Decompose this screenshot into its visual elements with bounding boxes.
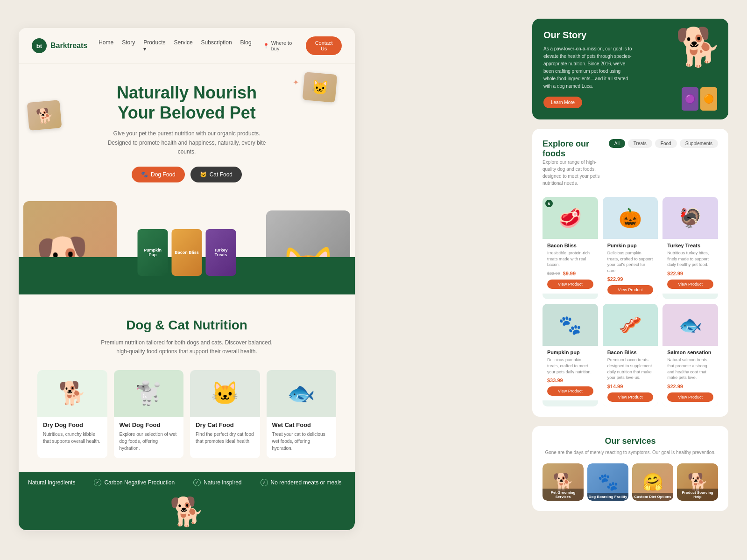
hero-image-area: Best Fibre, Pumpkin Healthiness Science … (37, 192, 336, 294)
filter-food[interactable]: Food (655, 139, 677, 148)
story-title: Our Story (543, 30, 635, 41)
services-desc: Gone are the days of merely reacting to … (543, 449, 718, 456)
dog-icon: 🐾 (141, 171, 148, 178)
food-card-dry-cat[interactable]: 🐱 Dry Cat Food Find the perfect dry cat … (190, 370, 260, 458)
product-price-new-4: $14.99 (607, 384, 623, 389)
food-card-title-4: Wet Cat Food (272, 421, 331, 428)
product-view-button-4[interactable]: View Product (607, 392, 654, 402)
filter-all[interactable]: All (609, 139, 625, 148)
product-name-3: Pumpkin pup (547, 350, 593, 355)
product-card-2[interactable]: 🦃 Turkey Treats Nutritious turkey bites,… (662, 197, 718, 299)
story-card: Our Story As a paw-lover-on-a-mission, o… (532, 19, 728, 119)
hero-title: Naturally Nourish Your Beloved Pet (37, 83, 336, 123)
nav-story[interactable]: Story (122, 39, 135, 52)
product-badge-0: N (545, 200, 553, 207)
product-name-1: Pumkin pup (607, 243, 654, 248)
product-image-5: 🐟 (662, 304, 718, 346)
story-products: 🟣 🟠 (682, 87, 717, 111)
location-icon: 📍 (263, 43, 269, 49)
service-label-1: Dog Boarding Facility (587, 493, 628, 501)
product-desc-3: Delicious pumpkin treats, crafted to mee… (547, 357, 593, 375)
food-card-desc-4: Treat your cat to delicious wet foods, o… (272, 431, 331, 452)
food-card-dry-dog[interactable]: 🐕 Dry Dog Food Nutritious, crunchy kibbl… (37, 370, 107, 458)
product-card-3[interactable]: 🐾 Pumpkin pup Delicious pumpkin treats, … (543, 304, 598, 406)
product-desc-5: Natural salmon treats that promote a str… (667, 357, 713, 380)
service-card-3[interactable]: 🐕 Product Sourcing Help (677, 463, 718, 501)
food-card-desc-1: Nutritious, crunchy kibble that supports… (43, 431, 102, 445)
product-price-row-1: $22.99 (607, 276, 654, 282)
nav-subscription[interactable]: Subscription (201, 39, 232, 52)
hero-pet-photo: 🐱 (303, 72, 338, 103)
product-image-2: 🦃 (662, 197, 718, 239)
service-label-3: Product Sourcing Help (677, 489, 718, 501)
story-text: Our Story As a paw-lover-on-a-mission, o… (543, 30, 635, 108)
food-card-title-1: Dry Dog Food (43, 421, 102, 428)
check-icon-2: ✓ (193, 479, 201, 486)
bottom-teaser (19, 493, 355, 530)
nav-blog[interactable]: Blog (240, 39, 252, 52)
cat-icon: 🐱 (200, 171, 207, 178)
product-card-1[interactable]: 🎃 Pumkin pup Delicious pumpkin treats, c… (603, 197, 658, 299)
service-label-0: Pet Grooming Services (543, 489, 584, 501)
product-view-button-0[interactable]: View Product (547, 280, 593, 289)
food-card-wet-dog[interactable]: 🐩 Wet Dog Food Explore our selection of … (114, 370, 184, 458)
product-card-5[interactable]: 🐟 Salmon sensation Natural salmon treats… (662, 304, 718, 406)
right-panel: Our Story As a paw-lover-on-a-mission, o… (532, 19, 728, 511)
nav-service[interactable]: Service (174, 39, 193, 52)
product-desc-1: Delicious pumpkin treats, crafted to sup… (607, 250, 654, 273)
nutrition-section: Dog & Cat Nutrition Premium nutrition ta… (19, 294, 355, 472)
product-card-4[interactable]: 🥓 Bacon Bliss Premium bacon treats desig… (603, 304, 658, 406)
service-card-2[interactable]: 🤗 Custom Diet Options (632, 463, 673, 501)
product-view-button-3[interactable]: View Product (547, 386, 593, 396)
ticker-item-3: ✓ Nature inspired (193, 479, 241, 486)
services-section: Our services Gone are the days of merely… (532, 426, 728, 511)
product-name-2: Turkey Treats (667, 243, 713, 248)
hero-dog-photo: 🐕 (27, 100, 62, 131)
nav-home[interactable]: Home (99, 39, 113, 52)
ticker-item-4: ✓ No rendered meats or meals (261, 479, 342, 486)
logo-icon: bt (32, 38, 47, 53)
hero-section: ✦ ✦ 🐱 🐕 Naturally Nourish Your Beloved P… (19, 64, 355, 294)
food-card-wet-cat[interactable]: 🐟 Wet Cat Food Treat your cat to delicio… (267, 370, 337, 458)
explore-section: Explore our foods Explore our range of h… (532, 129, 728, 417)
services-title: Our services (543, 436, 718, 446)
product-desc-0: Irresistible, protein-rich treats made w… (547, 250, 593, 268)
product-view-button-1[interactable]: View Product (607, 285, 654, 294)
product-view-button-2[interactable]: View Product (667, 280, 713, 289)
hero-buttons: 🐾 Dog Food 🐱 Cat Food (37, 167, 336, 182)
food-card-desc-2: Explore our selection of wet dog foods, … (120, 431, 178, 452)
contact-button[interactable]: Contact Us (306, 36, 342, 55)
product-name-5: Salmon sensation (667, 350, 713, 355)
story-product-1: 🟣 (682, 87, 698, 111)
product-image-0: 🥩 N (543, 197, 598, 239)
food-card-img-1: 🐕 (37, 370, 107, 417)
where-to-buy[interactable]: 📍 Where to buy (263, 40, 295, 51)
food-card-title-3: Dry Cat Food (196, 421, 254, 428)
filter-supplements[interactable]: Supplements (680, 139, 718, 148)
filter-treats[interactable]: Treats (628, 139, 652, 148)
filter-tabs: All Treats Food Supplements (609, 139, 718, 148)
product-view-button-5[interactable]: View Product (667, 392, 713, 402)
dog-food-button[interactable]: 🐾 Dog Food (132, 167, 185, 182)
product-bag-2: Bacon Bliss (172, 229, 202, 276)
food-card-img-2: 🐩 (114, 370, 184, 417)
product-card-0[interactable]: 🥩 N Bacon Bliss Irresistible, protein-ri… (543, 197, 598, 299)
product-image-4: 🥓 (603, 304, 658, 346)
product-price-old-0: $22.99 (547, 271, 560, 276)
product-price-new-2: $22.99 (667, 271, 683, 276)
ticker-item-2: ✓ Carbon Negative Production (94, 479, 175, 486)
story-learn-more-button[interactable]: Learn More (543, 97, 582, 108)
story-dog-emoji: 🐕 (675, 25, 722, 69)
service-card-1[interactable]: 🐾 Dog Boarding Facility (587, 463, 628, 501)
services-grid: 🐕 Pet Grooming Services 🐾 Dog Boarding F… (543, 463, 718, 501)
brand-logo[interactable]: bt Barktreats (32, 38, 87, 53)
product-bag-1: Pumpkin Pup (138, 229, 168, 276)
check-icon-3: ✓ (261, 479, 268, 486)
nav-products[interactable]: Products ▾ (143, 39, 165, 52)
product-price-new-5: $22.99 (667, 384, 683, 389)
cat-food-button[interactable]: 🐱 Cat Food (190, 167, 242, 182)
service-card-0[interactable]: 🐕 Pet Grooming Services (543, 463, 584, 501)
brand-name: Barktreats (50, 42, 87, 50)
check-icon-1: ✓ (94, 479, 101, 486)
nutrition-subtitle: Premium nutrition tailored for both dogs… (98, 338, 275, 356)
